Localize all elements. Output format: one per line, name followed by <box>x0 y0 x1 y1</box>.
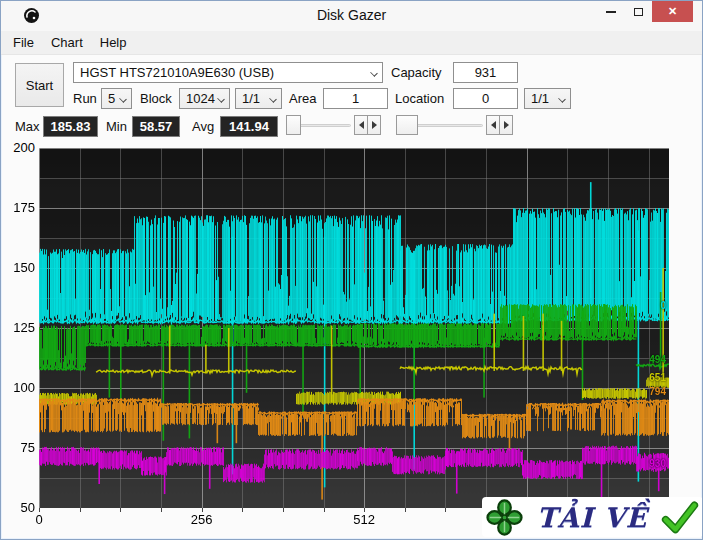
location-field[interactable]: 0 <box>453 88 518 109</box>
chart-scroll-1[interactable] <box>286 114 381 136</box>
y-axis-tick-label: 75 <box>1 440 35 455</box>
area-label: Area <box>289 88 316 109</box>
x-axis-tick-label: 256 <box>180 512 224 527</box>
download-watermark[interactable]: TẢI VỀ <box>482 497 703 537</box>
scroll-right-button[interactable] <box>499 115 513 135</box>
arrow-left-icon <box>491 121 496 129</box>
area-field[interactable]: 1 <box>323 88 388 109</box>
x-axis-tick-label: 0 <box>17 512 61 527</box>
scroll-thumb[interactable] <box>286 115 301 135</box>
y-axis-tick-label: 100 <box>1 380 35 395</box>
menu-bar: File Chart Help <box>1 31 702 55</box>
menu-chart[interactable]: Chart <box>51 32 92 53</box>
minimize-button[interactable] <box>597 1 624 22</box>
x-axis-tick <box>405 508 406 512</box>
min-label: Min <box>106 116 127 137</box>
minimize-icon <box>606 11 616 13</box>
x-axis-tick <box>283 508 284 512</box>
run-label: Run <box>73 88 97 109</box>
chevron-down-icon <box>269 95 277 103</box>
start-button[interactable]: Start <box>15 63 64 107</box>
location-sub-select[interactable]: 1/1 <box>524 88 571 109</box>
y-axis-tick-label: 125 <box>1 320 35 335</box>
menu-help[interactable]: Help <box>100 32 136 53</box>
scroll-left-button[interactable] <box>486 115 500 135</box>
drive-select-value: HGST HTS721010A9E630 (USB) <box>80 65 274 80</box>
min-value: 58.57 <box>132 116 180 137</box>
x-axis-tick <box>202 508 203 512</box>
series-end-labels: 0494651794930 <box>39 148 669 508</box>
app-window: Disk Gazer ✕ File Chart Help Start HGST … <box>0 0 703 540</box>
arrow-left-icon <box>359 121 364 129</box>
clover-icon <box>486 499 523 536</box>
series-end-label: 794 <box>649 386 666 397</box>
run-select-value: 5 <box>108 91 115 106</box>
location-sub-select-value: 1/1 <box>531 91 549 106</box>
location-label: Location <box>395 88 444 109</box>
benchmark-chart-plot: 0494651794930 <box>39 148 669 508</box>
maximize-icon <box>634 8 643 16</box>
max-label: Max <box>15 116 40 137</box>
x-axis-tick <box>242 508 243 512</box>
series-end-label: 0 <box>660 300 666 311</box>
scroll-thumb[interactable] <box>396 115 418 135</box>
y-axis-tick-label: 175 <box>1 200 35 215</box>
x-axis-tick <box>445 508 446 512</box>
run-select[interactable]: 5 <box>101 88 132 109</box>
y-axis-tick-label: 200 <box>1 140 35 155</box>
checkmark-icon <box>661 500 699 534</box>
x-axis-tick <box>80 508 81 512</box>
series-end-label: 494 <box>649 354 666 365</box>
block-select[interactable]: 1024 <box>179 88 230 109</box>
scroll-left-button[interactable] <box>354 115 368 135</box>
drive-select[interactable]: HGST HTS721010A9E630 (USB) <box>73 62 383 83</box>
block-select-value: 1024 <box>186 91 215 106</box>
close-button[interactable]: ✕ <box>652 1 693 22</box>
watermark-text: TẢI VỀ <box>537 502 648 533</box>
max-value: 185.83 <box>43 116 98 137</box>
menu-file[interactable]: File <box>13 32 43 53</box>
block-label: Block <box>140 88 172 109</box>
avg-value: 141.94 <box>220 116 278 137</box>
chevron-down-icon <box>119 95 127 103</box>
maximize-button[interactable] <box>625 1 651 22</box>
chevron-down-icon <box>558 95 566 103</box>
capacity-label: Capacity <box>391 62 442 83</box>
x-axis-tick <box>39 508 40 512</box>
y-axis-tick-label: 150 <box>1 260 35 275</box>
block-sub-select[interactable]: 1/1 <box>235 88 282 109</box>
chart-scroll-2[interactable] <box>396 114 513 136</box>
series-end-label: 930 <box>649 458 666 469</box>
title-bar: Disk Gazer ✕ <box>1 1 702 31</box>
x-axis-tick <box>324 508 325 512</box>
arrow-right-icon <box>504 121 509 129</box>
chevron-down-icon <box>370 69 378 77</box>
capacity-field[interactable]: 931 <box>453 62 518 83</box>
x-axis-tick <box>364 508 365 512</box>
x-axis-tick <box>120 508 121 512</box>
series-end-label: 651 <box>649 372 666 383</box>
scroll-right-button[interactable] <box>367 115 381 135</box>
x-axis-tick-label: 512 <box>342 512 386 527</box>
chevron-down-icon <box>217 95 225 103</box>
block-sub-select-value: 1/1 <box>242 91 260 106</box>
avg-label: Avg <box>192 116 214 137</box>
arrow-right-icon <box>372 121 377 129</box>
x-axis-tick <box>161 508 162 512</box>
